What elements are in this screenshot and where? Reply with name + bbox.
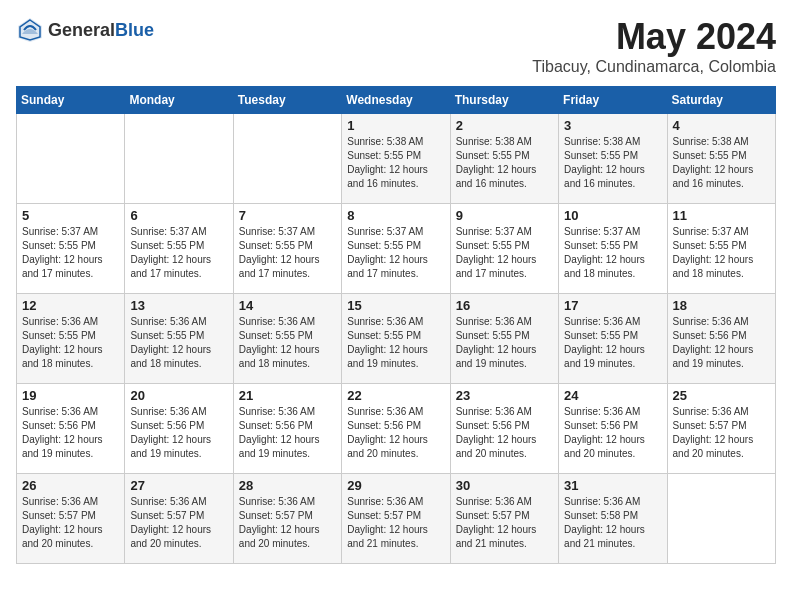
weekday-header-friday: Friday <box>559 87 667 114</box>
day-content: Sunrise: 5:36 AM Sunset: 5:55 PM Dayligh… <box>456 315 553 371</box>
calendar-cell: 30Sunrise: 5:36 AM Sunset: 5:57 PM Dayli… <box>450 474 558 564</box>
calendar-table: SundayMondayTuesdayWednesdayThursdayFrid… <box>16 86 776 564</box>
calendar-cell <box>667 474 775 564</box>
calendar-cell: 19Sunrise: 5:36 AM Sunset: 5:56 PM Dayli… <box>17 384 125 474</box>
calendar-cell: 4Sunrise: 5:38 AM Sunset: 5:55 PM Daylig… <box>667 114 775 204</box>
day-content: Sunrise: 5:36 AM Sunset: 5:55 PM Dayligh… <box>564 315 661 371</box>
day-content: Sunrise: 5:36 AM Sunset: 5:58 PM Dayligh… <box>564 495 661 551</box>
day-number: 28 <box>239 478 336 493</box>
calendar-cell: 26Sunrise: 5:36 AM Sunset: 5:57 PM Dayli… <box>17 474 125 564</box>
logo: GeneralBlue <box>16 16 154 44</box>
calendar-cell: 31Sunrise: 5:36 AM Sunset: 5:58 PM Dayli… <box>559 474 667 564</box>
day-number: 19 <box>22 388 119 403</box>
day-content: Sunrise: 5:38 AM Sunset: 5:55 PM Dayligh… <box>564 135 661 191</box>
day-content: Sunrise: 5:37 AM Sunset: 5:55 PM Dayligh… <box>22 225 119 281</box>
day-content: Sunrise: 5:36 AM Sunset: 5:56 PM Dayligh… <box>22 405 119 461</box>
weekday-header-wednesday: Wednesday <box>342 87 450 114</box>
calendar-cell <box>125 114 233 204</box>
day-number: 29 <box>347 478 444 493</box>
day-number: 20 <box>130 388 227 403</box>
calendar-cell: 28Sunrise: 5:36 AM Sunset: 5:57 PM Dayli… <box>233 474 341 564</box>
day-content: Sunrise: 5:36 AM Sunset: 5:56 PM Dayligh… <box>347 405 444 461</box>
calendar-cell: 22Sunrise: 5:36 AM Sunset: 5:56 PM Dayli… <box>342 384 450 474</box>
calendar-week-row: 1Sunrise: 5:38 AM Sunset: 5:55 PM Daylig… <box>17 114 776 204</box>
calendar-cell: 14Sunrise: 5:36 AM Sunset: 5:55 PM Dayli… <box>233 294 341 384</box>
weekday-header-sunday: Sunday <box>17 87 125 114</box>
day-content: Sunrise: 5:36 AM Sunset: 5:57 PM Dayligh… <box>239 495 336 551</box>
calendar-cell: 18Sunrise: 5:36 AM Sunset: 5:56 PM Dayli… <box>667 294 775 384</box>
day-content: Sunrise: 5:38 AM Sunset: 5:55 PM Dayligh… <box>673 135 770 191</box>
day-number: 7 <box>239 208 336 223</box>
day-number: 26 <box>22 478 119 493</box>
calendar-cell: 8Sunrise: 5:37 AM Sunset: 5:55 PM Daylig… <box>342 204 450 294</box>
day-content: Sunrise: 5:36 AM Sunset: 5:57 PM Dayligh… <box>22 495 119 551</box>
calendar-cell <box>233 114 341 204</box>
calendar-cell: 3Sunrise: 5:38 AM Sunset: 5:55 PM Daylig… <box>559 114 667 204</box>
calendar-week-row: 5Sunrise: 5:37 AM Sunset: 5:55 PM Daylig… <box>17 204 776 294</box>
day-number: 10 <box>564 208 661 223</box>
day-number: 9 <box>456 208 553 223</box>
calendar-cell: 17Sunrise: 5:36 AM Sunset: 5:55 PM Dayli… <box>559 294 667 384</box>
day-number: 18 <box>673 298 770 313</box>
calendar-cell: 24Sunrise: 5:36 AM Sunset: 5:56 PM Dayli… <box>559 384 667 474</box>
day-content: Sunrise: 5:37 AM Sunset: 5:55 PM Dayligh… <box>130 225 227 281</box>
day-number: 24 <box>564 388 661 403</box>
month-year-title: May 2024 <box>532 16 776 58</box>
calendar-cell: 11Sunrise: 5:37 AM Sunset: 5:55 PM Dayli… <box>667 204 775 294</box>
calendar-cell: 21Sunrise: 5:36 AM Sunset: 5:56 PM Dayli… <box>233 384 341 474</box>
day-content: Sunrise: 5:36 AM Sunset: 5:57 PM Dayligh… <box>347 495 444 551</box>
day-number: 21 <box>239 388 336 403</box>
day-number: 1 <box>347 118 444 133</box>
day-number: 6 <box>130 208 227 223</box>
day-content: Sunrise: 5:36 AM Sunset: 5:57 PM Dayligh… <box>673 405 770 461</box>
day-number: 12 <box>22 298 119 313</box>
day-number: 2 <box>456 118 553 133</box>
logo-blue: Blue <box>115 20 154 40</box>
calendar-cell: 27Sunrise: 5:36 AM Sunset: 5:57 PM Dayli… <box>125 474 233 564</box>
day-number: 4 <box>673 118 770 133</box>
day-number: 25 <box>673 388 770 403</box>
day-content: Sunrise: 5:36 AM Sunset: 5:57 PM Dayligh… <box>130 495 227 551</box>
calendar-cell: 13Sunrise: 5:36 AM Sunset: 5:55 PM Dayli… <box>125 294 233 384</box>
calendar-cell: 10Sunrise: 5:37 AM Sunset: 5:55 PM Dayli… <box>559 204 667 294</box>
calendar-cell: 9Sunrise: 5:37 AM Sunset: 5:55 PM Daylig… <box>450 204 558 294</box>
calendar-cell: 6Sunrise: 5:37 AM Sunset: 5:55 PM Daylig… <box>125 204 233 294</box>
day-content: Sunrise: 5:37 AM Sunset: 5:55 PM Dayligh… <box>673 225 770 281</box>
day-content: Sunrise: 5:36 AM Sunset: 5:56 PM Dayligh… <box>564 405 661 461</box>
day-number: 14 <box>239 298 336 313</box>
day-number: 13 <box>130 298 227 313</box>
logo-icon <box>16 16 44 44</box>
calendar-week-row: 26Sunrise: 5:36 AM Sunset: 5:57 PM Dayli… <box>17 474 776 564</box>
day-content: Sunrise: 5:36 AM Sunset: 5:56 PM Dayligh… <box>456 405 553 461</box>
day-number: 17 <box>564 298 661 313</box>
day-content: Sunrise: 5:36 AM Sunset: 5:56 PM Dayligh… <box>673 315 770 371</box>
day-number: 30 <box>456 478 553 493</box>
calendar-cell: 2Sunrise: 5:38 AM Sunset: 5:55 PM Daylig… <box>450 114 558 204</box>
day-number: 15 <box>347 298 444 313</box>
calendar-week-row: 12Sunrise: 5:36 AM Sunset: 5:55 PM Dayli… <box>17 294 776 384</box>
weekday-header-saturday: Saturday <box>667 87 775 114</box>
day-number: 23 <box>456 388 553 403</box>
calendar-cell: 7Sunrise: 5:37 AM Sunset: 5:55 PM Daylig… <box>233 204 341 294</box>
day-number: 11 <box>673 208 770 223</box>
day-content: Sunrise: 5:36 AM Sunset: 5:55 PM Dayligh… <box>239 315 336 371</box>
calendar-week-row: 19Sunrise: 5:36 AM Sunset: 5:56 PM Dayli… <box>17 384 776 474</box>
day-number: 16 <box>456 298 553 313</box>
weekday-header-monday: Monday <box>125 87 233 114</box>
calendar-cell: 12Sunrise: 5:36 AM Sunset: 5:55 PM Dayli… <box>17 294 125 384</box>
day-content: Sunrise: 5:37 AM Sunset: 5:55 PM Dayligh… <box>239 225 336 281</box>
calendar-cell: 25Sunrise: 5:36 AM Sunset: 5:57 PM Dayli… <box>667 384 775 474</box>
day-content: Sunrise: 5:37 AM Sunset: 5:55 PM Dayligh… <box>347 225 444 281</box>
day-number: 5 <box>22 208 119 223</box>
day-content: Sunrise: 5:37 AM Sunset: 5:55 PM Dayligh… <box>456 225 553 281</box>
day-number: 31 <box>564 478 661 493</box>
day-content: Sunrise: 5:36 AM Sunset: 5:57 PM Dayligh… <box>456 495 553 551</box>
title-block: May 2024 Tibacuy, Cundinamarca, Colombia <box>532 16 776 76</box>
day-content: Sunrise: 5:36 AM Sunset: 5:55 PM Dayligh… <box>22 315 119 371</box>
calendar-cell: 1Sunrise: 5:38 AM Sunset: 5:55 PM Daylig… <box>342 114 450 204</box>
logo-text: GeneralBlue <box>48 20 154 41</box>
day-content: Sunrise: 5:36 AM Sunset: 5:56 PM Dayligh… <box>130 405 227 461</box>
calendar-cell <box>17 114 125 204</box>
calendar-cell: 5Sunrise: 5:37 AM Sunset: 5:55 PM Daylig… <box>17 204 125 294</box>
weekday-header-row: SundayMondayTuesdayWednesdayThursdayFrid… <box>17 87 776 114</box>
